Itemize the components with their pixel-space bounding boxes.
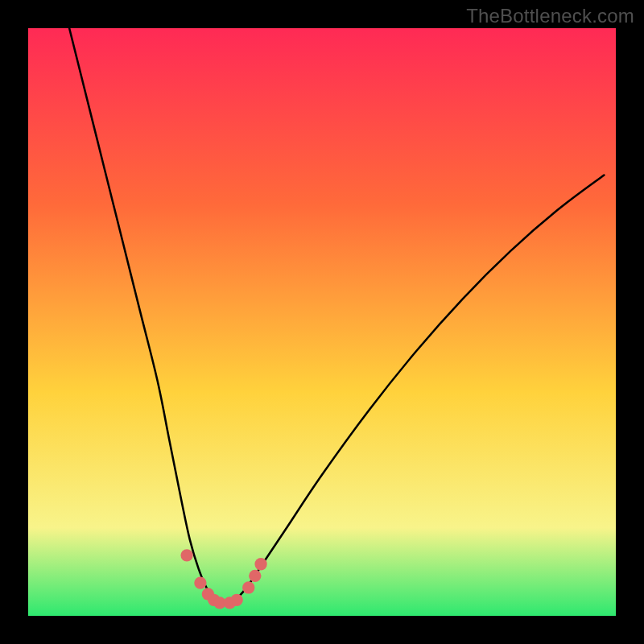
data-marker xyxy=(249,570,261,582)
chart-svg xyxy=(28,28,616,616)
data-marker xyxy=(180,549,192,561)
data-marker xyxy=(254,558,266,570)
data-marker xyxy=(242,581,254,593)
plot-area xyxy=(28,28,616,616)
data-markers xyxy=(180,549,266,609)
data-marker xyxy=(194,576,206,588)
right-curve xyxy=(225,175,605,605)
data-marker xyxy=(230,594,242,606)
outer-frame: TheBottleneck.com xyxy=(0,0,644,644)
watermark-text: TheBottleneck.com xyxy=(466,5,634,27)
left-curve xyxy=(69,28,225,604)
